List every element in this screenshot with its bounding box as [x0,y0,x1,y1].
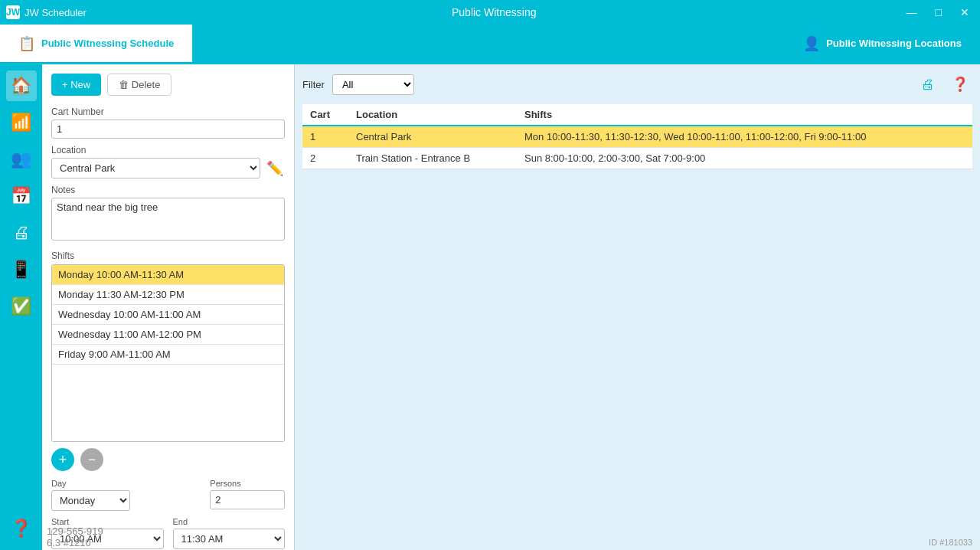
remove-shift-button[interactable]: − [80,448,103,471]
day-persons-row: Day Monday Tuesday Wednesday Thursday Fr… [51,479,285,511]
col-cart: Cart [302,104,348,126]
maximize-button[interactable]: □ [931,5,946,20]
toolbar: + New 🗑 Delete [51,74,285,96]
location-row: Central Park Train Station - Entrance B … [51,158,285,178]
schedule-tab-icon: 📋 [18,35,35,52]
persons-field: Persons [210,479,285,511]
cell-location: Central Park [348,126,517,148]
persons-input[interactable] [210,490,285,509]
version-text: 129-565-9196.3 #1210 [47,525,103,548]
shift-item-5[interactable]: Friday 9:00 AM-11:00 AM [52,345,284,365]
schedule-table: Cart Location Shifts 1 Central Park Mon … [302,104,972,169]
shift-item-1[interactable]: Monday 10:00 AM-11:30 AM [52,265,284,285]
main-layout: 🏠 📶 👥 📅 🖨 📱 ✅ ❓ + New 🗑 Delete Cart Numb… [0,64,980,550]
schedule-tab-label: Public Witnessing Schedule [41,38,174,49]
cell-shifts: Mon 10:00-11:30, 11:30-12:30, Wed 10:00-… [517,126,972,148]
table-row[interactable]: 1 Central Park Mon 10:00-11:30, 11:30-12… [302,126,972,148]
left-panel: + New 🗑 Delete Cart Number Location Cent… [42,64,295,550]
filter-label: Filter [302,79,325,90]
add-shift-button[interactable]: + [51,448,74,471]
cell-shifts: Sun 8:00-10:00, 2:00-3:00, Sat 7:00-9:00 [517,148,972,169]
locations-tab-label: Public Witnessing Locations [826,38,962,49]
shift-item-2[interactable]: Monday 11:30 AM-12:30 PM [52,285,284,305]
cart-number-label: Cart Number [51,106,285,117]
end-field: End 11:00 AM 11:30 AM 12:00 PM 12:30 PM [173,517,286,549]
right-panel: Filter All Monday Tuesday Wednesday Thur… [295,64,980,550]
day-field: Day Monday Tuesday Wednesday Thursday Fr… [51,479,201,511]
notes-label: Notes [51,185,285,195]
sidebar-home-icon[interactable]: 🏠 [6,70,37,101]
end-select[interactable]: 11:00 AM 11:30 AM 12:00 PM 12:30 PM [173,529,286,549]
delete-button[interactable]: 🗑 Delete [107,74,172,96]
filter-bar: Filter All Monday Tuesday Wednesday Thur… [302,72,972,97]
sidebar-print-icon[interactable]: 🖨 [6,218,37,248]
cell-cart: 2 [302,148,348,169]
sidebar-wifi-icon[interactable]: 📶 [6,107,37,138]
day-select[interactable]: Monday Tuesday Wednesday Thursday Friday… [51,490,130,511]
cell-location: Train Station - Entrance B [348,148,517,169]
sidebar-help-icon[interactable]: ❓ [6,513,37,544]
version-info: 129-565-9196.3 #1210 [42,524,108,550]
locations-tab-icon: 👤 [803,35,820,52]
end-label: End [173,517,286,526]
tab-bar: 📋 Public Witnessing Schedule 👤 Public Wi… [0,25,980,64]
cart-number-input[interactable] [51,119,285,139]
print-button[interactable]: 🖨 [916,72,940,97]
app-icon: JW [6,5,20,19]
top-icons: 🖨 ❓ [916,72,972,97]
minimize-button[interactable]: — [902,5,922,20]
window-controls: — □ ✕ [902,5,974,20]
title-bar-left: JW JW Scheduler [6,5,87,19]
location-select[interactable]: Central Park Train Station - Entrance B [51,158,260,178]
help-button[interactable]: ❓ [948,72,972,97]
persons-label: Persons [210,479,285,488]
notes-textarea[interactable]: Stand near the big tree [51,198,285,241]
shift-item-4[interactable]: Wednesday 11:00 AM-12:00 PM [52,325,284,345]
table-body: 1 Central Park Mon 10:00-11:30, 11:30-12… [302,126,972,169]
add-remove-row: + − [51,448,285,471]
shifts-empty-area [52,365,284,441]
day-label: Day [51,479,201,488]
title-bar: JW JW Scheduler Public Witnessing — □ ✕ [0,0,980,25]
col-shifts: Shifts [517,104,972,126]
app-name: JW Scheduler [24,7,87,18]
window-title: Public Witnessing [452,6,537,18]
footer-id: ID #181033 [921,535,980,550]
cell-cart: 1 [302,126,348,148]
sidebar-calendar-icon[interactable]: 📅 [6,181,37,211]
shifts-list: Monday 10:00 AM-11:30 AM Monday 11:30 AM… [51,264,285,442]
filter-select[interactable]: All Monday Tuesday Wednesday Thursday Fr… [332,74,414,95]
sidebar-user-check-icon[interactable]: ✅ [6,291,37,322]
new-button[interactable]: + New [51,74,101,96]
sidebar: 🏠 📶 👥 📅 🖨 📱 ✅ ❓ [0,64,42,550]
shifts-label: Shifts [51,250,285,261]
tab-locations[interactable]: 👤 Public Witnessing Locations [785,25,980,64]
sidebar-mobile-icon[interactable]: 📱 [6,254,37,285]
tab-schedule[interactable]: 📋 Public Witnessing Schedule [0,25,192,64]
shift-item-3[interactable]: Wednesday 10:00 AM-11:00 AM [52,305,284,325]
close-button[interactable]: ✕ [956,5,974,20]
table-header: Cart Location Shifts [302,104,972,126]
col-location: Location [348,104,517,126]
location-edit-button[interactable]: ✏️ [265,159,285,178]
table-row[interactable]: 2 Train Station - Entrance B Sun 8:00-10… [302,148,972,169]
sidebar-people-icon[interactable]: 👥 [6,144,37,175]
location-label: Location [51,145,285,156]
